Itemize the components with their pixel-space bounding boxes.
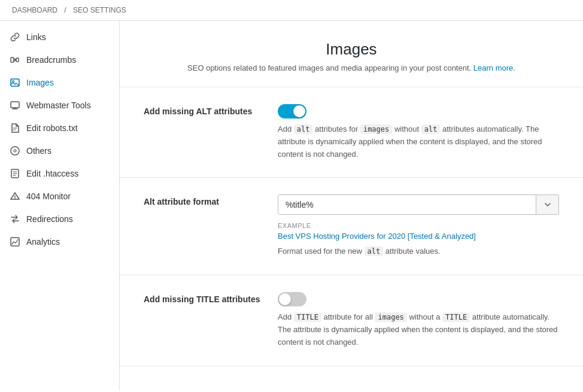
learn-more-link[interactable]: Learn more.: [473, 63, 515, 72]
sidebar-item-404[interactable]: 404 Monitor: [0, 185, 119, 208]
link-icon: [10, 32, 20, 42]
webmaster-icon: [10, 100, 20, 111]
breadcrumb: DASHBOARD / SEO SETTINGS: [0, 0, 583, 21]
sidebar-item-htaccess[interactable]: Edit .htaccess: [0, 162, 119, 185]
sidebar-item-analytics[interactable]: Analytics: [0, 230, 119, 253]
code-alt-format: alt: [365, 247, 384, 256]
sidebar-label-breadcrumbs: Breadcrumbs: [26, 55, 76, 65]
svg-point-6: [14, 150, 16, 152]
sidebar-item-redirections[interactable]: Redirections: [0, 208, 119, 230]
alt-format-description: Format used for the new alt attribute va…: [278, 245, 559, 258]
sidebar-label-others: Others: [26, 146, 51, 156]
file-icon: [10, 123, 20, 133]
code-alt2: alt: [421, 124, 441, 134]
title-setting-section: Add missing TITLE attributes Add TITLE a…: [120, 275, 583, 366]
code-title1: TITLE: [294, 312, 321, 322]
sidebar-label-htaccess: Edit .htaccess: [26, 169, 78, 178]
sidebar-item-breadcrumbs[interactable]: Breadcrumbs: [0, 48, 119, 71]
page-subtitle: SEO options related to featured images a…: [129, 63, 573, 72]
page-title: Images: [129, 40, 573, 59]
title-toggle[interactable]: [278, 292, 306, 306]
dropdown-arrow-icon: [536, 195, 558, 214]
alt-format-select[interactable]: %title%: [278, 195, 559, 215]
breadcrumb-separator: /: [64, 6, 68, 14]
page-header: Images SEO options related to featured i…: [120, 21, 583, 87]
sidebar-label-images: Images: [26, 78, 54, 87]
title-setting-label: Add missing TITLE attributes: [144, 292, 263, 304]
title-setting-content: Add TITLE attribute for all images witho…: [278, 292, 559, 348]
breadcrumb-dashboard[interactable]: DASHBOARD: [12, 6, 57, 14]
others-icon: [10, 145, 20, 156]
monitor-icon: [10, 191, 20, 202]
sidebar-label-robots: Edit robots.txt: [26, 123, 78, 133]
example-link[interactable]: Best VPS Hosting Providers for 2020 [Tes…: [278, 232, 559, 241]
alt-format-section: Alt attribute format %title% EXAMPLE Bes…: [120, 178, 583, 275]
image-icon: [10, 77, 20, 88]
alt-setting-section: Add missing ALT attributes Add alt attri…: [120, 87, 583, 178]
htaccess-icon: [10, 168, 20, 179]
title-setting-description: Add TITLE attribute for all images witho…: [278, 311, 559, 348]
sidebar-item-links[interactable]: Links: [0, 26, 119, 48]
chart-icon: [10, 236, 20, 247]
code-title2: TITLE: [442, 312, 470, 322]
code-images1: images: [360, 124, 392, 134]
main-content: Images SEO options related to featured i…: [120, 21, 583, 390]
alt-format-label: Alt attribute format: [144, 195, 263, 206]
title-toggle-knob: [279, 293, 291, 305]
sidebar-label-links: Links: [26, 32, 46, 42]
sidebar: Links Breadcrumbs Images: [0, 21, 120, 390]
alt-setting-label: Add missing ALT attributes: [144, 104, 263, 116]
svg-rect-2: [11, 79, 19, 86]
sidebar-label-redirections: Redirections: [26, 214, 73, 224]
alt-toggle-knob: [293, 105, 305, 117]
svg-rect-1: [16, 58, 19, 62]
svg-rect-8: [11, 238, 19, 246]
breadcrumb-current: SEO SETTINGS: [73, 6, 126, 14]
sidebar-label-404: 404 Monitor: [26, 192, 71, 201]
sidebar-item-edit-robots[interactable]: Edit robots.txt: [0, 117, 119, 139]
sidebar-label-analytics: Analytics: [26, 237, 60, 247]
sidebar-item-webmaster-tools[interactable]: Webmaster Tools: [0, 94, 119, 117]
alt-toggle[interactable]: [278, 104, 306, 118]
breadcrumb-icon: [10, 54, 20, 65]
svg-rect-4: [11, 102, 19, 108]
example-label: EXAMPLE: [278, 222, 559, 229]
alt-format-content: %title% EXAMPLE Best VPS Hosting Provide…: [278, 195, 559, 258]
redirect-icon: [10, 214, 20, 224]
svg-point-3: [13, 81, 14, 83]
sidebar-item-others[interactable]: Others: [0, 139, 119, 162]
sidebar-label-webmaster: Webmaster Tools: [26, 101, 91, 110]
alt-format-value: %title%: [278, 195, 536, 214]
code-images2: images: [375, 312, 406, 322]
alt-setting-description: Add alt attributes for images without al…: [278, 123, 559, 160]
code-alt1: alt: [294, 124, 313, 134]
svg-rect-0: [11, 57, 14, 62]
alt-setting-content: Add alt attributes for images without al…: [278, 104, 559, 160]
svg-point-5: [11, 147, 19, 155]
sidebar-item-images[interactable]: Images: [0, 71, 119, 94]
